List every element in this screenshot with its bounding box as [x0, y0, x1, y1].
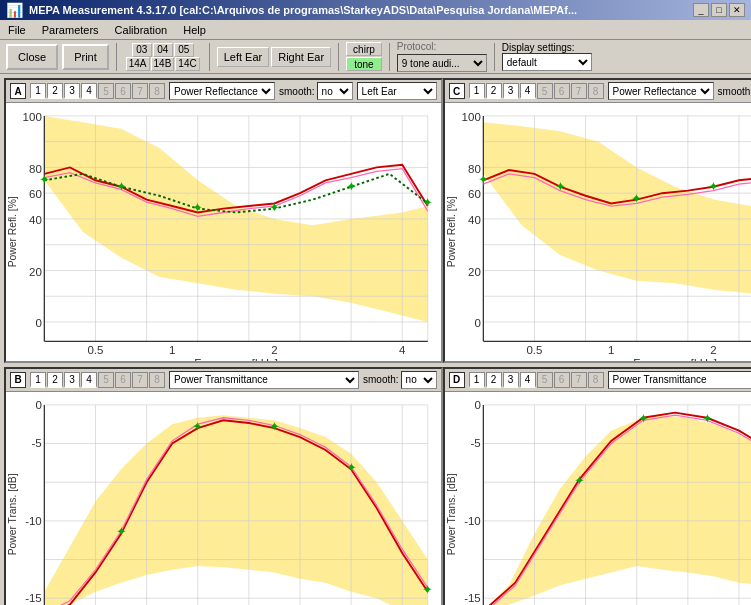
panel-d-tabs: 1 2 3 4 5 6 7 8 — [469, 372, 604, 388]
protocol-label: Protocol: — [397, 41, 487, 52]
panel-d-tab-3[interactable]: 3 — [503, 372, 519, 388]
panel-a-tab-8[interactable]: 8 — [149, 83, 165, 99]
panel-c-tab-8[interactable]: 8 — [588, 83, 604, 99]
svg-text:✦: ✦ — [192, 418, 203, 433]
svg-text:20: 20 — [468, 266, 481, 278]
window-close-button[interactable]: ✕ — [729, 3, 745, 17]
panel-c-tab-4[interactable]: 4 — [520, 83, 536, 99]
svg-text:✦: ✦ — [116, 179, 127, 194]
menu-calibration[interactable]: Calibration — [111, 23, 172, 37]
right-panels: C 1 2 3 4 5 6 7 8 Power Reflectance smoo… — [443, 78, 751, 601]
tab-04[interactable]: 04 — [153, 43, 173, 57]
close-button[interactable]: Close — [6, 44, 58, 70]
panel-a-label: A — [10, 83, 26, 99]
panel-c-tab-5[interactable]: 5 — [537, 83, 553, 99]
panel-c-tab-1[interactable]: 1 — [469, 83, 485, 99]
panel-b-measure-select[interactable]: Power Transmittance — [169, 371, 359, 389]
panel-d-tab-7[interactable]: 7 — [571, 372, 587, 388]
tab-05[interactable]: 05 — [174, 43, 194, 57]
panel-c-measure-select[interactable]: Power Reflectance — [608, 82, 714, 100]
separator-1 — [116, 43, 117, 71]
panel-d-measure-select[interactable]: Power Transmittance — [608, 371, 751, 389]
panel-a-ear-select[interactable]: Left Ear — [357, 82, 437, 100]
panel-a-tab-2[interactable]: 2 — [47, 83, 63, 99]
panel-d-tab-8[interactable]: 8 — [588, 372, 604, 388]
panel-d-tab-2[interactable]: 2 — [486, 372, 502, 388]
panel-a-header: A 1 2 3 4 5 6 7 8 Power Reflectance smoo… — [6, 80, 441, 103]
svg-text:-5: -5 — [32, 437, 42, 449]
panel-b-smooth-select[interactable]: no — [401, 371, 437, 389]
panel-d-tab-6[interactable]: 6 — [554, 372, 570, 388]
panel-b-chart: ✦ ✦ ✦ ✦ ✦ ✦ 0 -5 -10 -15 0.5 1 2 4 Pow — [6, 392, 441, 605]
svg-text:0.5: 0.5 — [87, 344, 103, 356]
panel-b-tab-7[interactable]: 7 — [132, 372, 148, 388]
panel-b-smooth-label: smooth: — [363, 374, 399, 385]
left-panels: A 1 2 3 4 5 6 7 8 Power Reflectance smoo… — [4, 78, 443, 601]
panel-c-smooth-label: smooth: — [718, 86, 751, 97]
tone-button[interactable]: tone — [346, 57, 382, 71]
svg-text:✦: ✦ — [192, 200, 203, 215]
panel-a-chart: ✦ ✦ ✦ ✦ ✦ ✦ 100 80 60 40 20 0 0.5 1 2 — [6, 103, 441, 361]
panel-b-tabs: 1 2 3 4 5 6 7 8 — [30, 372, 165, 388]
panel-a-tab-1[interactable]: 1 — [30, 83, 46, 99]
svg-text:✦: ✦ — [701, 411, 712, 426]
panel-a-tab-5[interactable]: 5 — [98, 83, 114, 99]
svg-text:✦: ✦ — [116, 524, 127, 539]
menu-file[interactable]: File — [4, 23, 30, 37]
signal-type-group: chirp tone — [346, 42, 382, 71]
panel-d-tab-1[interactable]: 1 — [469, 372, 485, 388]
panel-b-tab-5[interactable]: 5 — [98, 372, 114, 388]
panel-b-tab-8[interactable]: 8 — [149, 372, 165, 388]
svg-text:✦: ✦ — [346, 459, 357, 474]
display-settings-select[interactable]: default — [502, 53, 592, 71]
panel-b-tab-6[interactable]: 6 — [115, 372, 131, 388]
panel-a-tab-7[interactable]: 7 — [132, 83, 148, 99]
svg-text:✦: ✦ — [554, 179, 565, 194]
svg-text:-10: -10 — [25, 514, 42, 526]
panel-d-label: D — [449, 372, 465, 388]
svg-text:20: 20 — [29, 266, 42, 278]
panel-d-tab-4[interactable]: 4 — [520, 372, 536, 388]
print-button[interactable]: Print — [62, 44, 109, 70]
svg-text:4: 4 — [399, 344, 406, 356]
panel-b-label: B — [10, 372, 26, 388]
panel-b-smooth-group: smooth: no — [363, 371, 437, 389]
tab-14a[interactable]: 14A — [126, 57, 150, 71]
panel-a-tab-4[interactable]: 4 — [81, 83, 97, 99]
maximize-button[interactable]: □ — [711, 3, 727, 17]
menu-parameters[interactable]: Parameters — [38, 23, 103, 37]
svg-text:✦: ✦ — [422, 582, 433, 597]
chirp-button[interactable]: chirp — [346, 42, 382, 56]
panel-a-tab-3[interactable]: 3 — [64, 83, 80, 99]
panel-a-measure-select[interactable]: Power Reflectance — [169, 82, 275, 100]
menu-help[interactable]: Help — [179, 23, 210, 37]
svg-text:✦: ✦ — [346, 179, 357, 194]
separator-5 — [494, 43, 495, 71]
panel-c-smooth-group: smooth: no — [718, 82, 751, 100]
left-ear-button[interactable]: Left Ear — [217, 47, 270, 67]
protocol-select[interactable]: 9 tone audi... — [397, 54, 487, 72]
panel-b-tab-3[interactable]: 3 — [64, 372, 80, 388]
right-ear-button[interactable]: Right Ear — [271, 47, 331, 67]
panel-d-tab-5[interactable]: 5 — [537, 372, 553, 388]
panel-c-tab-6[interactable]: 6 — [554, 83, 570, 99]
svg-text:✦: ✦ — [708, 179, 719, 194]
panel-a-tab-6[interactable]: 6 — [115, 83, 131, 99]
panel-b-tab-1[interactable]: 1 — [30, 372, 46, 388]
svg-text:✦: ✦ — [269, 418, 280, 433]
panel-c-tab-7[interactable]: 7 — [571, 83, 587, 99]
display-settings-group: Display settings: default — [502, 42, 592, 71]
tab-14c[interactable]: 14C — [175, 57, 199, 71]
panel-a-smooth-select[interactable]: no — [317, 82, 353, 100]
panel-a: A 1 2 3 4 5 6 7 8 Power Reflectance smoo… — [4, 78, 443, 363]
tab-14b[interactable]: 14B — [151, 57, 175, 71]
panel-c-tab-2[interactable]: 2 — [486, 83, 502, 99]
panel-b-header: B 1 2 3 4 5 6 7 8 Power Transmittance sm… — [6, 369, 441, 392]
panel-b-tab-4[interactable]: 4 — [81, 372, 97, 388]
panel-b-tab-2[interactable]: 2 — [47, 372, 63, 388]
separator-2 — [209, 43, 210, 71]
minimize-button[interactable]: _ — [693, 3, 709, 17]
tab-03[interactable]: 03 — [132, 43, 152, 57]
panel-c-tab-3[interactable]: 3 — [503, 83, 519, 99]
panel-c-label: C — [449, 83, 465, 99]
